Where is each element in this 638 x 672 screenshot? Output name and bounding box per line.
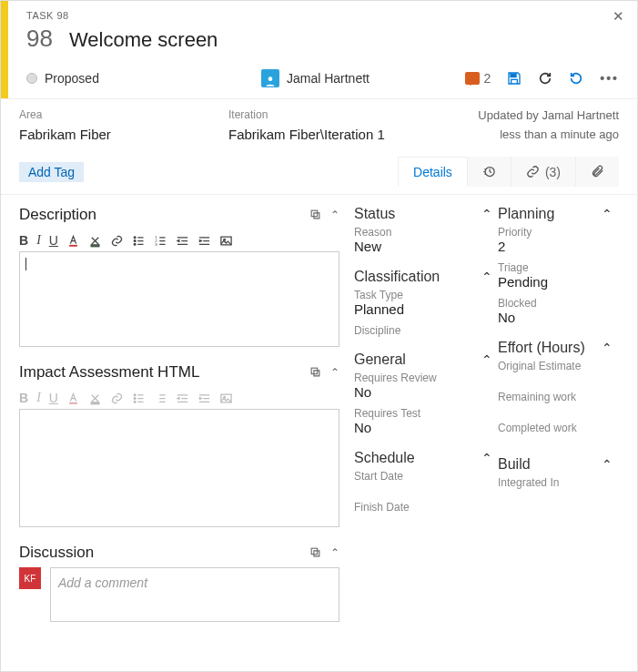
triage-value[interactable]: Pending	[498, 274, 613, 290]
comment-icon	[465, 72, 480, 85]
area-value[interactable]: Fabrikam Fiber	[19, 124, 192, 146]
outdent-button[interactable]	[176, 234, 189, 248]
font-color-button[interactable]	[66, 234, 80, 248]
add-tag-button[interactable]: Add Tag	[19, 162, 84, 182]
reason-value[interactable]: New	[354, 239, 492, 254]
startdate-label: Start Date	[354, 470, 492, 483]
svg-point-17	[134, 394, 136, 396]
test-value[interactable]: No	[354, 420, 492, 435]
priority-label: Priority	[498, 226, 613, 239]
clear-format-button[interactable]	[88, 234, 102, 248]
svg-rect-15	[69, 402, 77, 404]
link-button-2[interactable]	[110, 392, 124, 405]
expand-impact-icon[interactable]	[309, 366, 321, 379]
task-title[interactable]: Welcome screen	[69, 28, 218, 52]
impact-heading: Impact Assessment HTML	[19, 363, 199, 382]
collapse-description-icon[interactable]: ⌃	[330, 209, 339, 221]
expand-discussion-icon[interactable]	[309, 546, 321, 559]
avatar	[261, 69, 279, 87]
expand-description-icon[interactable]	[309, 209, 321, 221]
tasktype-value[interactable]: Planned	[354, 301, 492, 317]
assignee-picker[interactable]: Jamal Hartnett	[261, 69, 370, 87]
svg-point-8	[134, 243, 136, 245]
remaining-label: Remaining work	[498, 391, 613, 403]
bold-button[interactable]: B	[19, 233, 28, 248]
collapse-status-icon[interactable]: ⌃	[481, 207, 492, 221]
status-heading: Status	[354, 206, 395, 222]
iteration-value[interactable]: Fabrikam Fiber\Iteration 1	[228, 124, 401, 146]
state-label: Proposed	[45, 71, 99, 86]
discussion-heading: Discussion	[19, 544, 94, 562]
number-list-button[interactable]: 123	[154, 234, 167, 248]
area-label: Area	[19, 107, 192, 124]
bold-button-2[interactable]: B	[19, 391, 28, 405]
schedule-heading: Schedule	[354, 450, 415, 466]
number-list-button-2[interactable]	[154, 392, 167, 405]
tab-links[interactable]: (3)	[511, 157, 575, 187]
collapse-impact-icon[interactable]: ⌃	[330, 366, 339, 379]
tab-history[interactable]	[467, 157, 511, 187]
underline-button[interactable]: U	[49, 233, 58, 248]
integrated-label: Integrated In	[498, 476, 613, 489]
bullet-list-button-2[interactable]	[132, 392, 146, 405]
triage-label: Triage	[498, 261, 613, 274]
effort-heading: Effort (Hours)	[498, 340, 585, 356]
underline-button-2[interactable]: U	[49, 391, 58, 405]
indent-button-2[interactable]	[197, 392, 211, 405]
reason-label: Reason	[354, 226, 492, 239]
collapse-discussion-icon[interactable]: ⌃	[330, 546, 339, 559]
orig-estimate-label: Original Estimate	[498, 360, 613, 372]
more-actions-button[interactable]: •••	[600, 71, 619, 86]
task-id: 98	[26, 25, 53, 53]
comment-input[interactable]: Add a comment	[50, 567, 339, 622]
state-picker[interactable]: Proposed	[26, 71, 99, 86]
image-button-2[interactable]	[219, 392, 233, 405]
collapse-schedule-icon[interactable]: ⌃	[481, 451, 492, 465]
svg-point-0	[268, 76, 273, 81]
collapse-build-icon[interactable]: ⌃	[602, 457, 613, 472]
tab-attachments[interactable]	[575, 157, 619, 187]
description-editor[interactable]	[19, 251, 339, 347]
completed-label: Completed work	[498, 422, 613, 434]
iteration-label: Iteration	[228, 107, 401, 124]
assignee-name: Jamal Hartnett	[287, 71, 370, 86]
font-color-button-2[interactable]	[66, 392, 80, 405]
outdent-button-2[interactable]	[176, 392, 189, 405]
svg-rect-1	[511, 74, 516, 76]
priority-value[interactable]: 2	[498, 239, 613, 254]
clear-format-button-2[interactable]	[88, 392, 102, 405]
undo-button[interactable]	[569, 71, 583, 86]
comments-button[interactable]: 2	[465, 71, 491, 86]
svg-point-19	[134, 401, 136, 402]
collapse-general-icon[interactable]: ⌃	[481, 352, 492, 367]
impact-editor[interactable]	[19, 409, 339, 527]
description-heading: Description	[19, 206, 96, 224]
planning-heading: Planning	[498, 206, 554, 222]
refresh-button[interactable]	[538, 71, 552, 86]
svg-rect-16	[91, 402, 99, 404]
tab-details[interactable]: Details	[398, 157, 467, 187]
blocked-value[interactable]: No	[498, 310, 613, 325]
italic-button[interactable]: I	[36, 233, 41, 248]
test-label: Requires Test	[354, 407, 492, 420]
link-button[interactable]	[110, 234, 124, 248]
discipline-label: Discipline	[354, 324, 492, 337]
collapse-effort-icon[interactable]: ⌃	[602, 341, 613, 355]
save-button[interactable]	[507, 71, 522, 86]
collapse-classification-icon[interactable]: ⌃	[481, 270, 492, 284]
italic-button-2[interactable]: I	[36, 391, 41, 405]
updated-by: Updated by Jamal Hartnett	[438, 107, 619, 126]
svg-point-6	[134, 237, 136, 239]
general-heading: General	[354, 351, 406, 368]
bullet-list-button[interactable]	[132, 234, 146, 248]
review-label: Requires Review	[354, 372, 492, 384]
updated-time: less than a minute ago	[438, 126, 619, 145]
collapse-planning-icon[interactable]: ⌃	[602, 207, 613, 221]
task-type-label: TASK 98	[26, 10, 619, 21]
image-button[interactable]	[219, 234, 233, 248]
blocked-label: Blocked	[498, 297, 613, 310]
close-icon[interactable]: ✕	[613, 8, 624, 25]
review-value[interactable]: No	[354, 384, 492, 400]
indent-button[interactable]	[197, 234, 211, 248]
svg-point-7	[134, 239, 136, 241]
